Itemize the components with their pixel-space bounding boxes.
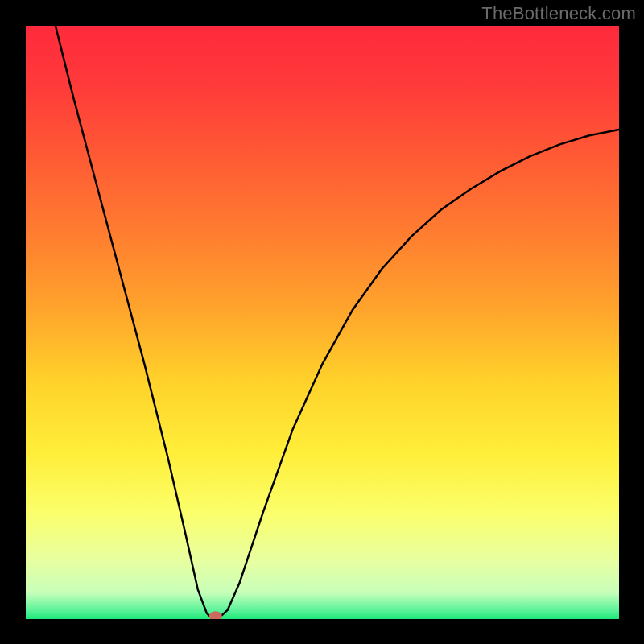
- gradient-background: [26, 26, 619, 619]
- watermark-text: TheBottleneck.com: [481, 3, 636, 24]
- chart-svg: [26, 26, 619, 619]
- chart-stage: TheBottleneck.com: [0, 0, 644, 644]
- plot-area: [26, 26, 619, 619]
